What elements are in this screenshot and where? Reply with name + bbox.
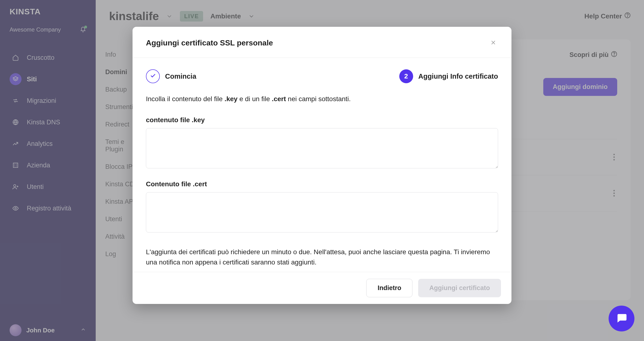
key-field-label: contenuto file .key <box>146 116 498 124</box>
key-textarea[interactable] <box>146 128 498 168</box>
step-label: Comincia <box>165 72 196 80</box>
wizard-step-1: Comincia <box>146 69 196 83</box>
chat-launcher[interactable] <box>608 306 634 332</box>
wizard-step-2: 2 Aggiungi Info certificato <box>399 69 498 83</box>
back-button[interactable]: Indietro <box>366 279 412 297</box>
check-icon <box>150 72 156 81</box>
chat-icon <box>616 312 628 325</box>
cert-field-label: Contenuto file .cert <box>146 180 498 188</box>
step-number: 2 <box>399 69 413 83</box>
modal-instruction-text: Incolla il contenuto del file .key e di … <box>146 95 498 103</box>
wizard-steps: Comincia 2 Aggiungi Info certificato <box>146 69 498 83</box>
close-button[interactable] <box>488 38 498 48</box>
step-label: Aggiungi Info certificato <box>418 72 498 80</box>
modal-note: L'aggiunta dei certificati può richieder… <box>146 247 498 268</box>
close-icon <box>490 43 497 47</box>
cert-textarea[interactable] <box>146 192 498 232</box>
ssl-modal: Aggiungi certificato SSL personale Comin… <box>132 27 512 304</box>
add-certificate-button[interactable]: Aggiungi certificato <box>418 279 501 297</box>
modal-title: Aggiungi certificato SSL personale <box>146 38 273 47</box>
